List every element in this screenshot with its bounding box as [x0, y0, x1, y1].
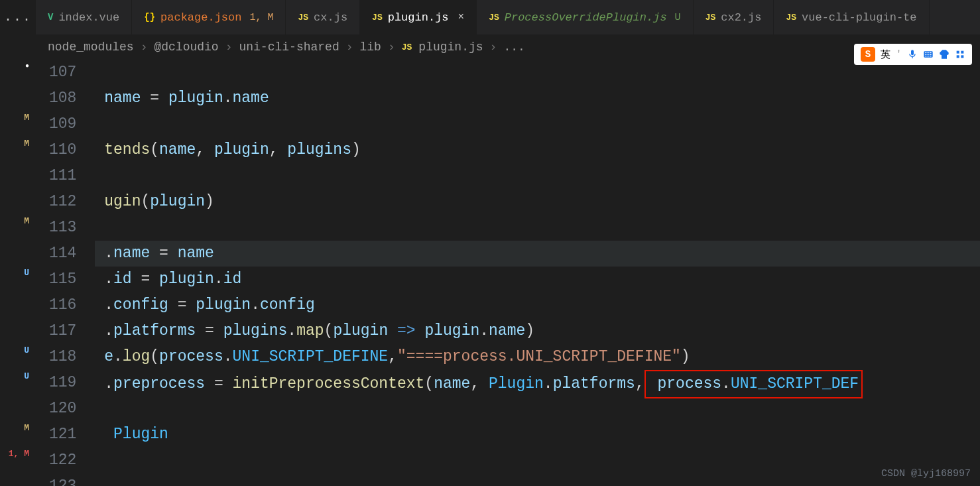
ime-sep: ' — [896, 49, 902, 60]
code-line[interactable] — [95, 448, 980, 473]
code-line[interactable]: .preprocess = initPreprocessContext(name… — [95, 370, 980, 396]
scm-m: M — [0, 415, 36, 441]
scm-1m: 1, M — [0, 441, 36, 467]
scm-m: M — [0, 208, 36, 234]
breadcrumb-item[interactable]: @dcloudio — [154, 40, 218, 54]
chevron-right-icon: › — [346, 40, 353, 54]
js-icon: JS — [489, 13, 499, 23]
tab-vue-cli-plugin[interactable]: JS vue-cli-plugin-te — [774, 0, 929, 34]
scm-m: M — [0, 105, 36, 131]
tab-label: vue-cli-plugin-te — [802, 11, 916, 24]
code-line[interactable]: .id = plugin.id — [95, 267, 980, 292]
code-line[interactable]: ugin(plugin) — [95, 189, 980, 215]
chevron-right-icon: › — [141, 40, 148, 54]
code-line[interactable] — [95, 163, 980, 189]
code-line[interactable]: name = plugin.name — [95, 86, 980, 111]
js-icon: JS — [298, 13, 308, 23]
keyboard-icon[interactable] — [923, 49, 934, 60]
chevron-right-icon: › — [490, 40, 497, 54]
tab-package-json[interactable]: {} package.json 1, M — [132, 0, 286, 34]
breadcrumb-item[interactable]: plugin.js — [418, 40, 483, 54]
breadcrumb-item[interactable]: lib — [360, 40, 381, 54]
breadcrumb-item[interactable]: uni-cli-shared — [239, 40, 339, 54]
editor-tabs: V index.vue {} package.json 1, M JS cx.j… — [36, 0, 980, 34]
highlighted-annotation: process.UNI_SCRIPT_DEF — [644, 370, 863, 398]
code-line[interactable]: Plugin — [95, 422, 980, 448]
code-line[interactable]: .platforms = plugins.map(plugin => plugi… — [95, 318, 980, 344]
tab-suffix: 1, M — [249, 12, 273, 23]
svg-rect-0 — [957, 51, 959, 54]
breadcrumb-item[interactable]: node_modules — [48, 40, 134, 54]
line-numbers: 107 108 109 110 111 112 113 114 115 116 … — [36, 60, 95, 486]
svg-rect-2 — [957, 55, 959, 58]
code-line[interactable] — [95, 396, 980, 422]
tab-label: index.vue — [58, 11, 119, 24]
tab-process-override[interactable]: JS ProcessOverridePlugin.js U — [477, 0, 693, 34]
js-icon: JS — [705, 13, 716, 23]
breadcrumb[interactable]: node_modules › @dcloudio › uni-cli-share… — [36, 34, 980, 60]
code-line[interactable] — [95, 473, 980, 486]
ime-lang[interactable]: 英 — [881, 48, 890, 61]
chevron-right-icon: › — [388, 40, 395, 54]
skin-icon[interactable] — [939, 49, 949, 60]
close-icon[interactable]: × — [458, 11, 465, 23]
chevron-right-icon: › — [225, 40, 233, 54]
js-icon: JS — [372, 13, 383, 23]
code-line[interactable]: e.log(process.UNI_SCRIPT_DEFINE,"====pro… — [95, 344, 980, 370]
tab-label: plugin.js — [388, 11, 449, 24]
code-line[interactable] — [95, 60, 980, 86]
tab-plugin-js[interactable]: JS plugin.js × — [360, 0, 477, 34]
breadcrumb-item[interactable]: ... — [503, 40, 524, 54]
vue-icon: V — [48, 12, 53, 23]
scm-m: M — [0, 131, 36, 156]
tab-label: cx.js — [314, 11, 347, 24]
scm-u: U — [0, 260, 36, 286]
scm-u: U — [0, 337, 36, 363]
svg-rect-3 — [961, 55, 963, 58]
watermark: CSDN @lyj168997 — [881, 468, 971, 479]
code-line[interactable]: .config = plugin.config — [95, 292, 980, 318]
tab-label: ProcessOverridePlugin.js — [505, 11, 667, 24]
ime-toolbar[interactable]: S 英 ' — [854, 44, 972, 65]
scm-dirty-dot: ● — [0, 53, 36, 79]
activity-menu[interactable]: ··· — [0, 12, 36, 27]
tab-index-vue[interactable]: V index.vue — [36, 0, 132, 34]
code-line[interactable]: tends(name, plugin, plugins) — [95, 137, 980, 163]
scm-markers: ● M M M U U U M 1, M U — [0, 27, 36, 486]
sogou-icon[interactable]: S — [861, 47, 875, 62]
tab-label: cx2.js — [721, 11, 761, 24]
code-line[interactable] — [95, 215, 980, 241]
code-line[interactable] — [95, 111, 980, 137]
svg-rect-1 — [961, 51, 963, 54]
microphone-icon[interactable] — [907, 49, 918, 60]
scm-u: U — [0, 363, 36, 389]
code-editor[interactable]: 107 108 109 110 111 112 113 114 115 116 … — [36, 60, 980, 486]
js-icon: JS — [786, 13, 796, 23]
toolbox-icon[interactable] — [955, 49, 965, 60]
tab-label: package.json — [160, 11, 241, 24]
json-icon: {} — [144, 12, 155, 23]
js-icon: JS — [402, 42, 412, 52]
code-content[interactable]: name = plugin.name tends(name, plugin, p… — [95, 60, 980, 486]
left-gutter: ··· ● M M M U U U M 1, M U — [0, 0, 36, 486]
tab-cx-js[interactable]: JS cx.js — [286, 0, 360, 34]
tab-suffix: U — [675, 12, 681, 23]
tab-cx2-js[interactable]: JS cx2.js — [694, 0, 774, 34]
code-line[interactable]: .name = name — [95, 241, 980, 267]
